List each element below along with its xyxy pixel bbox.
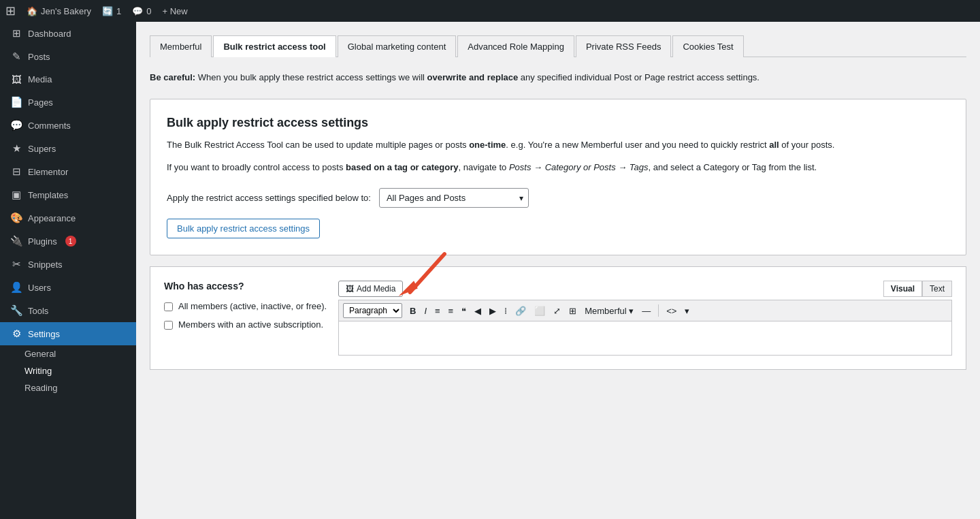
comments-nav-icon: 💬 [10, 119, 22, 131]
card-title: Bulk apply restrict access settings [167, 116, 949, 130]
divider-insert-button[interactable]: — [638, 304, 654, 318]
plugins-icon: 🔌 [10, 235, 22, 247]
bottom-section: Who has access? All members (active, ina… [150, 266, 966, 370]
card-desc-1: The Bulk Restrict Access Tool can be use… [167, 138, 949, 153]
toolbar-divider [658, 304, 659, 317]
apply-row: Apply the restrict access settings speci… [167, 188, 949, 208]
tab-text[interactable]: Text [922, 281, 952, 297]
editor-area: 🖼 Add Media Visual Text [338, 281, 952, 356]
comments-icon: 💬 [132, 6, 143, 16]
updates-link[interactable]: 🔄 1 [102, 6, 121, 16]
sidebar-item-dashboard[interactable]: ⊞ Dashboard [0, 22, 136, 45]
blockquote-button[interactable]: ❝ [458, 304, 470, 318]
elementor-icon: ⊟ [10, 166, 22, 178]
apply-select-wrapper: All Pages and Posts All Pages All Posts … [379, 188, 529, 208]
sidebar-item-supers[interactable]: ★ Supers [0, 137, 136, 160]
warning-text: Be careful: When you bulk apply these re… [150, 71, 966, 85]
sidebar-item-appearance[interactable]: 🎨 Appearance [0, 206, 136, 230]
apply-label: Apply the restrict access settings speci… [167, 193, 371, 203]
plugins-badge: 1 [65, 236, 76, 247]
align-right-button[interactable]: ⁞ [501, 304, 510, 318]
tab-visual[interactable]: Visual [883, 281, 922, 297]
site-name-link[interactable]: 🏠 Jen's Bakery [27, 6, 91, 16]
add-media-button[interactable]: 🖼 Add Media [338, 281, 403, 297]
posts-icon: ✎ [10, 50, 22, 63]
sidebar-item-plugins[interactable]: 🔌 Plugins 1 [0, 230, 136, 253]
snippets-icon: ✂ [10, 258, 22, 270]
tab-cookies-test[interactable]: Cookies Test [672, 35, 743, 57]
bulk-apply-button[interactable]: Bulk apply restrict access settings [167, 219, 320, 238]
tab-memberful[interactable]: Memberful [150, 35, 212, 57]
align-center-button[interactable]: ▶ [486, 304, 500, 318]
sidebar-item-pages[interactable]: 📄 Pages [0, 91, 136, 114]
templates-icon: ▣ [10, 189, 22, 201]
updates-icon: 🔄 [102, 6, 113, 16]
home-icon: 🏠 [27, 6, 37, 16]
appearance-icon: 🎨 [10, 212, 22, 224]
apply-select[interactable]: All Pages and Posts All Pages All Posts [379, 188, 529, 208]
tab-private-rss[interactable]: Private RSS Feeds [576, 35, 672, 57]
sidebar-item-tools[interactable]: 🔧 Tools [0, 299, 136, 322]
users-icon: 👤 [10, 281, 22, 294]
wp-logo-icon[interactable]: ⊞ [5, 3, 16, 18]
tab-bulk-restrict[interactable]: Bulk restrict access tool [213, 35, 336, 57]
plugin-tabs: Memberful Bulk restrict access tool Glob… [150, 35, 966, 57]
tab-global-marketing[interactable]: Global marketing content [338, 35, 457, 57]
sidebar-item-elementor[interactable]: ⊟ Elementor [0, 160, 136, 183]
who-has-access-panel: Who has access? All members (active, ina… [164, 281, 327, 356]
sidebar-item-media[interactable]: 🖼 Media [0, 68, 136, 91]
supers-icon: ★ [10, 142, 22, 155]
sidebar: ⊞ Dashboard ✎ Posts 🖼 Media 📄 Pages 💬 Co… [0, 22, 136, 519]
sidebar-sub-reading[interactable]: Reading [0, 379, 136, 396]
checkbox-active-subscription[interactable]: Members with an active subscription. [164, 319, 327, 330]
comments-link[interactable]: 💬 0 [132, 6, 151, 16]
new-content-link[interactable]: + New [162, 6, 187, 16]
memberful-button[interactable]: Memberful ▾ [581, 304, 637, 318]
fullscreen-button[interactable]: ⤢ [550, 304, 564, 318]
settings-submenu: General Writing Reading [0, 345, 136, 396]
table-button[interactable]: ⊞ [566, 304, 580, 318]
paragraph-select[interactable]: Paragraph Heading 1 Heading 2 Heading 3 [343, 303, 402, 318]
admin-bar: ⊞ 🏠 Jen's Bakery 🔄 1 💬 0 + New [0, 0, 980, 22]
bulk-apply-card: Bulk apply restrict access settings The … [150, 99, 966, 256]
sidebar-item-comments[interactable]: 💬 Comments [0, 114, 136, 137]
link-button[interactable]: 🔗 [512, 304, 529, 318]
sidebar-item-templates[interactable]: ▣ Templates [0, 183, 136, 206]
align-left-button[interactable]: ◀ [471, 304, 485, 318]
italic-button[interactable]: I [421, 304, 430, 318]
main-content: Memberful Bulk restrict access tool Glob… [136, 22, 980, 519]
sidebar-sub-writing[interactable]: Writing [0, 362, 136, 379]
dashboard-icon: ⊞ [10, 27, 22, 40]
tools-icon: 🔧 [10, 304, 22, 317]
unordered-list-button[interactable]: ≡ [431, 304, 444, 318]
bold-button[interactable]: B [406, 304, 419, 318]
editor-toolbar-top: 🖼 Add Media Visual Text [338, 281, 952, 297]
editor-mode-tabs: Visual Text [883, 281, 952, 297]
paragraph-select-wrapper: Paragraph Heading 1 Heading 2 Heading 3 [343, 303, 405, 318]
editor-toolbar: Paragraph Heading 1 Heading 2 Heading 3 … [338, 300, 952, 321]
sidebar-item-users[interactable]: 👤 Users [0, 276, 136, 299]
more-toolbar-button[interactable]: ▾ [681, 304, 693, 318]
ordered-list-button[interactable]: ≡ [445, 304, 457, 318]
code-button[interactable]: <> [663, 304, 680, 318]
checkbox-active-subscription-input[interactable] [164, 321, 173, 330]
tab-advanced-role[interactable]: Advanced Role Mapping [457, 35, 574, 57]
insert-button[interactable]: ⬜ [531, 304, 549, 318]
add-media-icon: 🖼 [346, 284, 354, 294]
bottom-section-wrapper: Who has access? All members (active, ina… [150, 266, 966, 370]
media-icon: 🖼 [10, 74, 22, 85]
sidebar-item-snippets[interactable]: ✂ Snippets [0, 253, 136, 276]
settings-icon: ⚙ [10, 328, 22, 340]
sidebar-item-settings[interactable]: ⚙ Settings [0, 322, 136, 345]
checkbox-all-members-input[interactable] [164, 302, 173, 311]
sidebar-item-posts[interactable]: ✎ Posts [0, 45, 136, 68]
sidebar-sub-general[interactable]: General [0, 345, 136, 362]
editor-body[interactable] [338, 321, 952, 356]
checkbox-all-members[interactable]: All members (active, inactive, or free). [164, 301, 327, 311]
card-desc-2: If you want to broadly control access to… [167, 161, 949, 175]
who-has-access-title: Who has access? [164, 281, 327, 292]
pages-icon: 📄 [10, 96, 22, 108]
